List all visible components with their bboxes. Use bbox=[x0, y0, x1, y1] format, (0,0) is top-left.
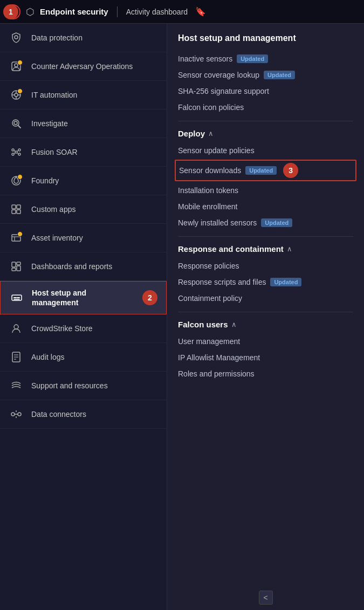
sensor-downloads-label: Sensor downloads bbox=[179, 166, 241, 175]
sidebar-label-data-protection: Data protection bbox=[31, 33, 83, 43]
annotation-2: 2 bbox=[142, 290, 157, 305]
host-setup-icon bbox=[9, 290, 24, 305]
sensor-coverage-label: Sensor coverage lookup bbox=[178, 71, 259, 79]
sidebar-item-investigate[interactable]: Investigate bbox=[0, 109, 167, 138]
installation-tokens-label: Installation tokens bbox=[178, 186, 238, 195]
installation-tokens-link[interactable]: Installation tokens bbox=[178, 182, 353, 198]
sidebar-label-fusion-soar: Fusion SOAR bbox=[31, 147, 78, 157]
falcon-icon-link[interactable]: Falcon icon policies bbox=[178, 99, 353, 115]
mobile-enrollment-link[interactable]: Mobile enrollment bbox=[178, 198, 353, 215]
annotation-3: 3 bbox=[283, 163, 298, 178]
svg-line-13 bbox=[18, 126, 20, 128]
sidebar-label-counter-adversary: Counter Adversary Operations bbox=[31, 61, 133, 71]
sensor-coverage-badge: Updated bbox=[264, 71, 295, 79]
host-setup-section-title: Host setup and management bbox=[178, 33, 353, 43]
sidebar-item-counter-adversary[interactable]: Counter Adversary Operations bbox=[0, 52, 167, 81]
response-policies-link[interactable]: Response policies bbox=[178, 258, 353, 274]
right-content: Host setup and management Inactive senso… bbox=[167, 24, 364, 610]
sidebar-item-fusion-soar[interactable]: Fusion SOAR bbox=[0, 138, 167, 167]
app-shield-icon: ⬡ bbox=[26, 6, 35, 18]
asset-inventory-icon bbox=[9, 230, 24, 245]
topbar-divider bbox=[117, 6, 118, 17]
containment-policy-link[interactable]: Containment policy bbox=[178, 290, 353, 306]
sidebar-item-it-automation[interactable]: IT automation bbox=[0, 81, 167, 109]
ip-allowlist-link[interactable]: IP Allowlist Management bbox=[178, 349, 353, 366]
sidebar-item-data-protection[interactable]: Data protection bbox=[0, 24, 167, 52]
response-section-header[interactable]: Response and containment ∧ bbox=[178, 244, 353, 253]
svg-line-22 bbox=[14, 153, 15, 154]
containment-policy-label: Containment policy bbox=[178, 294, 242, 303]
counter-adversary-icon bbox=[9, 59, 24, 74]
falcon-users-chevron: ∧ bbox=[231, 320, 237, 328]
sensor-downloads-badge: Updated bbox=[245, 166, 277, 175]
svg-rect-28 bbox=[17, 210, 20, 214]
fusion-soar-icon bbox=[9, 145, 24, 160]
sidebar-item-custom-apps[interactable]: Custom apps bbox=[0, 195, 167, 224]
svg-rect-35 bbox=[12, 268, 16, 271]
svg-point-3 bbox=[15, 36, 18, 39]
roles-permissions-link[interactable]: Roles and permissions bbox=[178, 366, 353, 382]
svg-rect-0 bbox=[9, 9, 17, 10]
svg-rect-29 bbox=[12, 235, 20, 241]
user-management-label: User management bbox=[178, 337, 240, 346]
dashboards-icon bbox=[9, 259, 24, 274]
falcon-users-section-header[interactable]: Falcon users ∧ bbox=[178, 320, 353, 329]
sidebar-label-asset-inventory: Asset inventory bbox=[31, 233, 83, 243]
sidebar-label-it-automation: IT automation bbox=[31, 90, 77, 100]
activity-dashboard-link[interactable]: Activity dashboard bbox=[126, 8, 188, 16]
menu-icon[interactable] bbox=[5, 4, 20, 19]
sidebar-label-custom-apps: Custom apps bbox=[31, 204, 75, 214]
sensor-coverage-lookup-link[interactable]: Sensor coverage lookup Updated bbox=[178, 67, 353, 83]
falcon-icon-label: Falcon icon policies bbox=[178, 103, 244, 112]
svg-rect-34 bbox=[17, 266, 20, 271]
topbar-title: Endpoint security bbox=[40, 7, 108, 16]
scroll-indicator[interactable]: < bbox=[259, 591, 273, 605]
it-automation-icon bbox=[9, 87, 24, 102]
falcon-users-title: Falcon users bbox=[178, 320, 228, 329]
user-management-link[interactable]: User management bbox=[178, 333, 353, 349]
sidebar-item-dashboards[interactable]: Dashboards and reports bbox=[0, 252, 167, 281]
topbar: ⬡ Endpoint security Activity dashboard 🔖 bbox=[0, 0, 364, 24]
svg-point-46 bbox=[18, 413, 21, 416]
sidebar-item-foundry[interactable]: Foundry bbox=[0, 167, 167, 195]
sha-256-label: SHA-256 signature support bbox=[178, 87, 269, 95]
svg-rect-32 bbox=[12, 262, 16, 267]
sidebar-item-support-resources[interactable]: Support and resources bbox=[0, 372, 167, 400]
sidebar-label-investigate: Investigate bbox=[31, 119, 68, 128]
sidebar-item-crowdstrike-store[interactable]: CrowdStrike Store bbox=[0, 314, 167, 343]
sidebar-item-asset-inventory[interactable]: Asset inventory bbox=[0, 224, 167, 252]
newly-installed-sensors-link[interactable]: Newly installed sensors Updated bbox=[178, 215, 353, 231]
svg-rect-33 bbox=[17, 262, 20, 265]
separator-2 bbox=[178, 236, 353, 237]
sensor-update-policies-link[interactable]: Sensor update policies bbox=[178, 142, 353, 159]
svg-point-15 bbox=[12, 149, 14, 151]
inactive-sensors-link[interactable]: Inactive sensors Updated bbox=[178, 51, 353, 67]
mobile-enrollment-label: Mobile enrollment bbox=[178, 202, 238, 211]
svg-point-14 bbox=[14, 121, 17, 125]
sidebar-label-dashboards: Dashboards and reports bbox=[31, 262, 112, 271]
svg-line-20 bbox=[14, 150, 15, 152]
sidebar-item-host-setup[interactable]: Host setup and management 2 bbox=[0, 281, 167, 314]
sha-256-link[interactable]: SHA-256 signature support bbox=[178, 83, 353, 99]
sidebar-label-data-connectors: Data connectors bbox=[31, 409, 86, 419]
sensor-downloads-link[interactable]: Sensor downloads Updated 3 bbox=[175, 160, 356, 181]
custom-apps-icon bbox=[9, 202, 24, 217]
ip-allowlist-label: IP Allowlist Management bbox=[178, 353, 260, 362]
newly-installed-badge: Updated bbox=[261, 218, 292, 227]
investigate-icon bbox=[9, 116, 24, 131]
bookmark-icon[interactable]: 🔖 bbox=[195, 6, 206, 17]
deploy-title: Deploy bbox=[178, 129, 205, 138]
svg-rect-2 bbox=[9, 14, 17, 15]
sidebar-label-audit-logs: Audit logs bbox=[31, 352, 64, 362]
sidebar-label-support-resources: Support and resources bbox=[31, 381, 108, 390]
response-scripts-link[interactable]: Response scripts and files Updated bbox=[178, 274, 353, 290]
separator-3 bbox=[178, 312, 353, 312]
separator-1 bbox=[178, 121, 353, 121]
svg-rect-25 bbox=[12, 205, 16, 209]
response-scripts-label: Response scripts and files bbox=[178, 278, 266, 286]
inactive-sensors-label: Inactive sensors bbox=[178, 54, 232, 63]
sidebar-item-data-connectors[interactable]: Data connectors bbox=[0, 400, 167, 429]
deploy-section-header[interactable]: Deploy ∧ bbox=[178, 129, 353, 138]
sidebar-item-audit-logs[interactable]: Audit logs bbox=[0, 343, 167, 372]
svg-point-40 bbox=[14, 325, 18, 329]
